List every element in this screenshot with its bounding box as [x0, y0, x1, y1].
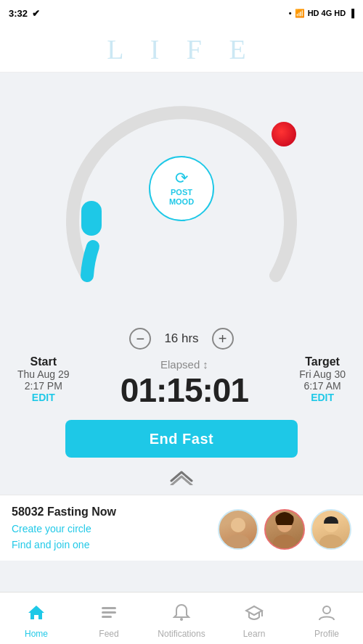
community-count: 58032 Fasting Now — [12, 505, 116, 519]
avatar-3 — [311, 509, 351, 550]
post-mood-label: POSTMOOD — [169, 188, 194, 207]
svg-rect-11 — [102, 616, 112, 618]
home-icon — [27, 603, 46, 627]
status-right: • 📶 HD 4G HD ▐ — [289, 9, 354, 18]
start-date: Thu Aug 29 — [17, 368, 70, 380]
status-time: 3:32 — [9, 8, 28, 19]
end-fast-button[interactable]: End Fast — [65, 420, 298, 458]
nav-label-learn: Learn — [243, 629, 266, 639]
target-block: Target Fri Aug 30 6:17 AM EDIT — [299, 355, 346, 403]
target-time: 6:17 AM — [299, 380, 346, 392]
nav-item-notifications[interactable]: Notifications — [145, 598, 218, 639]
svg-point-4 — [273, 534, 296, 548]
svg-point-2 — [231, 518, 245, 532]
nav-label-profile: Profile — [314, 629, 339, 639]
hours-control: − 16 hrs + — [129, 328, 233, 350]
status-bar: 3:32 ✔ • 📶 HD 4G HD ▐ — [0, 0, 363, 26]
nav-item-learn[interactable]: Learn — [218, 598, 290, 639]
community-bar: 58032 Fasting Now Create your circle Fin… — [0, 495, 363, 561]
community-avatars — [218, 509, 351, 550]
status-network: HD 4G HD — [308, 9, 346, 17]
nav-item-profile[interactable]: Profile — [290, 598, 363, 639]
avatar-1 — [218, 509, 258, 550]
nav-label-home: Home — [25, 629, 48, 639]
status-left: 3:32 ✔ — [9, 8, 40, 19]
main-content: ⟳ POSTMOOD − 16 hrs + Start Thu Aug 29 2… — [0, 73, 363, 592]
create-circle-link[interactable]: Create your circle — [12, 521, 116, 537]
elapsed-time: 01:15:01 — [121, 371, 248, 410]
svg-point-7 — [319, 534, 343, 548]
svg-point-15 — [323, 606, 330, 614]
start-target-row: Start Thu Aug 29 2:17 PM EDIT Elapsed ↕ … — [0, 355, 363, 410]
target-title: Target — [299, 355, 346, 368]
start-block: Start Thu Aug 29 2:17 PM EDIT — [17, 355, 70, 403]
avatar-2 — [264, 509, 305, 550]
find-join-link[interactable]: Find and join one — [12, 537, 116, 553]
start-title: Start — [17, 355, 70, 368]
start-time: 2:17 PM — [17, 380, 70, 392]
battery-icon: ▐ — [348, 9, 354, 17]
status-check-icon: ✔ — [32, 8, 40, 19]
svg-rect-9 — [102, 607, 116, 609]
hours-value: 16 hrs — [164, 331, 198, 346]
app-logo: L I F E — [107, 33, 256, 65]
app-header: L I F E — [0, 26, 363, 73]
status-dot: • — [289, 9, 292, 17]
increase-hours-button[interactable]: + — [212, 328, 234, 350]
nav-item-feed[interactable]: Feed — [73, 598, 145, 639]
elapsed-label: Elapsed ↕ — [121, 358, 248, 371]
target-edit-button[interactable]: EDIT — [299, 392, 346, 403]
vodafone-indicator — [272, 122, 296, 146]
chevron-up-icon[interactable] — [167, 468, 196, 489]
community-left: 58032 Fasting Now Create your circle Fin… — [12, 505, 116, 553]
elapsed-block: Elapsed ↕ 01:15:01 — [121, 358, 248, 410]
decrease-hours-button[interactable]: − — [129, 328, 151, 350]
community-actions: Create your circle Find and join one — [12, 521, 116, 553]
nav-label-feed: Feed — [99, 629, 118, 639]
notifications-icon — [172, 603, 191, 627]
svg-point-12 — [180, 618, 183, 621]
nav-label-notifications: Notifications — [158, 629, 205, 639]
post-mood-button[interactable]: ⟳ POSTMOOD — [149, 156, 214, 221]
post-mood-arrows-icon: ⟳ — [175, 170, 188, 186]
profile-icon — [317, 603, 336, 627]
svg-rect-10 — [102, 611, 116, 614]
bottom-nav: Home Feed Notifications — [0, 592, 363, 644]
start-edit-button[interactable]: EDIT — [17, 392, 70, 403]
target-date: Fri Aug 30 — [299, 368, 346, 380]
svg-point-1 — [227, 534, 250, 548]
learn-icon — [245, 603, 264, 627]
nav-item-home[interactable]: Home — [0, 598, 73, 639]
elapsed-sort-icon: ↕ — [203, 358, 208, 371]
gauge-container: ⟳ POSTMOOD — [44, 87, 319, 319]
status-signal: 📶 — [295, 9, 305, 18]
feed-icon — [99, 603, 118, 627]
blue-arc-end — [81, 201, 102, 236]
